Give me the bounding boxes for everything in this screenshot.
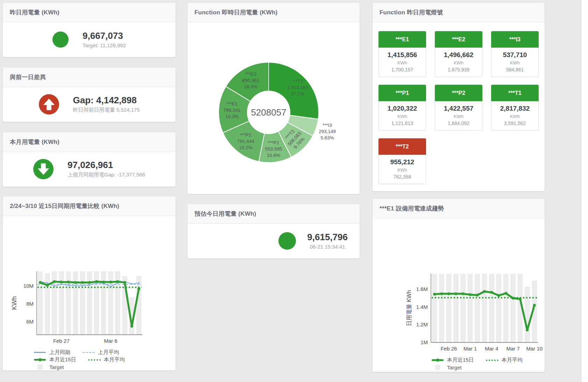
legend-item[interactable]: 上月同期 xyxy=(34,349,70,356)
target-bar xyxy=(136,276,141,335)
tile-body: 1,422,557 KWh 1,684,092 xyxy=(435,101,482,131)
scrollbar-track[interactable] xyxy=(581,0,588,382)
svg-text:8M: 8M xyxy=(26,301,34,307)
card-title: 與前一日差異 xyxy=(10,73,46,81)
card-title: 本月用電量 (KWh) xyxy=(10,138,59,146)
card-header: 本月用電量 (KWh) xyxy=(3,132,176,152)
card-status-lights: Function 昨日用電燈號 ***E1 1,415,856 KWh 1,70… xyxy=(373,3,545,191)
estimate-value: 9,615,796 xyxy=(307,232,348,243)
svg-text:791,444: 791,444 xyxy=(237,139,254,144)
legend-item[interactable]: 上月平均 xyxy=(82,349,119,356)
svg-text:Mar 4: Mar 4 xyxy=(485,346,498,352)
svg-text:***P2: ***P2 xyxy=(240,132,251,138)
card-month-usage: 本月用電量 (KWh) 97,026,961 上個月同期用電Gap: -17,3… xyxy=(3,132,176,187)
status-tile-e1[interactable]: ***E1 1,415,856 KWh 1,700,157 xyxy=(378,31,426,77)
tile-target: 1,700,157 xyxy=(379,67,426,72)
legend-row: Target xyxy=(431,364,545,371)
status-tile-e2[interactable]: ***E2 1,496,662 KWh 1,675,939 xyxy=(435,31,482,77)
stat-text: 9,667,073 Target: 11,128,992 xyxy=(83,31,126,48)
tile-value: 1,422,557 xyxy=(435,105,482,112)
target-bar xyxy=(432,274,437,342)
legend-row: 上月同期上月平均 xyxy=(34,349,176,356)
card-header: 2/24~3/10 近15日同期用電量比較 (KWh) xyxy=(3,196,176,216)
stat-text: 9,615,796 06-21 15:34:41 xyxy=(307,232,348,250)
trend-chart-legend: 本月近15日本月平均Target xyxy=(373,356,545,371)
tile-target: 762,358 xyxy=(379,174,426,180)
donut-label: ***I3293,1495.63% xyxy=(319,123,336,140)
status-tile-t1[interactable]: ***T1 2,817,832 KWh 3,591,562 xyxy=(491,85,539,131)
svg-text:***I3: ***I3 xyxy=(323,123,332,128)
card-header: Function 昨日用電燈號 xyxy=(373,3,545,22)
card-title: 2/24~3/10 近15日同期用電量比較 (KWh) xyxy=(10,202,119,210)
card-header: 與前一日差異 xyxy=(3,68,176,87)
target-bar xyxy=(482,274,487,342)
tile-header: ***E2 xyxy=(435,31,482,48)
svg-text:KWh: KWh xyxy=(11,296,18,310)
tile-unit: KWh xyxy=(435,114,482,119)
tile-value: 1,496,662 xyxy=(435,51,482,59)
yesterday-target: Target: 11,128,992 xyxy=(83,42,126,48)
legend-item[interactable]: 本月近15日 xyxy=(34,356,76,363)
tile-target: 1,675,939 xyxy=(435,67,482,72)
target-bar xyxy=(87,271,92,335)
trend-chart-svg: 1M1.2M1.4M1.6MFeb 26Mar 1Mar 4Mar 7Mar 1… xyxy=(373,218,545,352)
card-title: 預估今日用電量 (KWh) xyxy=(194,210,256,218)
tile-value: 1,020,322 xyxy=(379,105,426,112)
target-bar xyxy=(503,274,509,342)
svg-text:***T1: ***T1 xyxy=(292,78,303,84)
tile-unit: KWh xyxy=(379,60,426,65)
tile-body: 1,415,856 KWh 1,700,157 xyxy=(378,48,426,77)
target-bar xyxy=(446,274,451,342)
svg-text:850,362: 850,362 xyxy=(242,78,259,83)
legend-label: 本月平均 xyxy=(502,357,523,363)
up-arrow-icon xyxy=(39,94,59,114)
card-title: Function 即時日用電量 (KWh) xyxy=(194,8,277,16)
tile-unit: KWh xyxy=(491,60,538,65)
stat-text: Gap: 4,142,898 昨日與前日用電量 5,524,175 xyxy=(73,95,140,113)
legend-row: 本月近15日本月平均 xyxy=(431,356,545,364)
svg-text:1.4M: 1.4M xyxy=(416,304,428,310)
tile-target: 3,591,562 xyxy=(491,120,538,126)
tile-value: 1,415,856 xyxy=(379,51,426,59)
compare-chart-legend: 上月同期上月平均本月近15日本月平均Target xyxy=(3,349,176,371)
card-header: 預估今日用電量 (KWh) xyxy=(187,204,360,224)
svg-text:***E1: ***E1 xyxy=(226,101,238,106)
status-tiles-grid: ***E1 1,415,856 KWh 1,700,157 ***E2 1,49… xyxy=(373,22,545,184)
status-tile-i3[interactable]: ***I3 537,710 KWh 584,861 xyxy=(491,31,539,77)
dashboard: 昨日用電量 (KWh) 9,667,073 Target: 11,128,992… xyxy=(0,0,588,382)
target-bar xyxy=(460,274,466,342)
svg-text:16.3%: 16.3% xyxy=(244,84,257,89)
tile-target: 1,684,092 xyxy=(435,120,482,126)
tile-value: 955,212 xyxy=(379,158,426,166)
month-gap-subtitle: 上個月同期用電Gap: -17,377,566 xyxy=(68,172,145,178)
svg-text:27.1%: 27.1% xyxy=(291,91,304,96)
legend-label: 本月近15日 xyxy=(49,356,76,363)
legend-item[interactable]: 本月平均 xyxy=(88,356,125,363)
svg-text:1,413,183: 1,413,183 xyxy=(287,85,308,90)
tile-unit: KWh xyxy=(379,114,426,119)
svg-text:1M: 1M xyxy=(420,339,428,345)
legend-item[interactable]: 本月平均 xyxy=(486,357,523,363)
status-tile-p1[interactable]: ***P1 1,020,322 KWh 1,121,613 xyxy=(378,85,426,131)
target-bar xyxy=(489,274,494,342)
tile-body: 955,212 KWh 762,358 xyxy=(378,155,426,184)
tile-header: ***E1 xyxy=(378,31,426,48)
legend-line-icon xyxy=(34,352,46,353)
card-compare-chart: 2/24~3/10 近15日同期用電量比較 (KWh) 6M8M10MFeb 2… xyxy=(3,196,176,370)
card-title: 昨日用電量 (KWh) xyxy=(10,8,59,16)
status-circle-icon xyxy=(278,232,296,250)
svg-text:***E2: ***E2 xyxy=(245,71,256,77)
target-bar xyxy=(80,271,85,335)
month-value: 97,026,961 xyxy=(68,160,145,171)
legend-label: 本月平均 xyxy=(104,356,125,363)
card-yesterday-usage: 昨日用電量 (KWh) 9,667,073 Target: 11,128,992 xyxy=(3,3,176,57)
legend-item[interactable]: Target xyxy=(34,364,64,370)
status-tile-p2[interactable]: ***P2 1,422,557 KWh 1,684,092 xyxy=(435,85,482,131)
svg-text:***P1: ***P1 xyxy=(268,140,279,145)
svg-text:Mar 7: Mar 7 xyxy=(506,346,519,352)
tile-value: 537,710 xyxy=(491,51,538,59)
status-tile-t2[interactable]: ***T2 955,212 KWh 762,358 xyxy=(378,138,426,184)
legend-item[interactable]: Target xyxy=(431,364,462,370)
legend-item[interactable]: 本月近15日 xyxy=(431,357,474,363)
stat-body: 9,615,796 06-21 15:34:41 xyxy=(187,224,360,258)
